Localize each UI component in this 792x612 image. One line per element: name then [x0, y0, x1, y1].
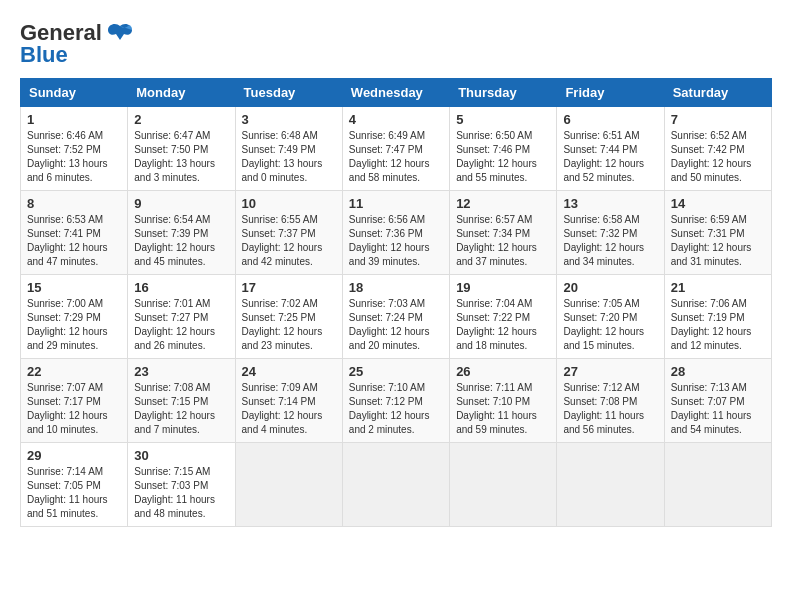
calendar-cell-8: 8 Sunrise: 6:53 AM Sunset: 7:41 PM Dayli…: [21, 191, 128, 275]
calendar-cell-10: 10 Sunrise: 6:55 AM Sunset: 7:37 PM Dayl…: [235, 191, 342, 275]
calendar-cell-20: 20 Sunrise: 7:05 AM Sunset: 7:20 PM Dayl…: [557, 275, 664, 359]
calendar-cell-18: 18 Sunrise: 7:03 AM Sunset: 7:24 PM Dayl…: [342, 275, 449, 359]
logo: General Blue: [20, 20, 134, 68]
day-number: 27: [563, 364, 657, 379]
weekday-header-sunday: Sunday: [21, 79, 128, 107]
calendar-cell-22: 22 Sunrise: 7:07 AM Sunset: 7:17 PM Dayl…: [21, 359, 128, 443]
logo-bird-icon: [106, 22, 134, 44]
empty-cell: [664, 443, 771, 527]
day-number: 9: [134, 196, 228, 211]
day-number: 1: [27, 112, 121, 127]
day-number: 7: [671, 112, 765, 127]
day-info: Sunrise: 7:09 AM Sunset: 7:14 PM Dayligh…: [242, 381, 336, 437]
day-number: 21: [671, 280, 765, 295]
empty-cell: [450, 443, 557, 527]
calendar-cell-6: 6 Sunrise: 6:51 AM Sunset: 7:44 PM Dayli…: [557, 107, 664, 191]
day-number: 17: [242, 280, 336, 295]
calendar: SundayMondayTuesdayWednesdayThursdayFrid…: [20, 78, 772, 527]
day-info: Sunrise: 6:55 AM Sunset: 7:37 PM Dayligh…: [242, 213, 336, 269]
weekday-header-saturday: Saturday: [664, 79, 771, 107]
calendar-cell-16: 16 Sunrise: 7:01 AM Sunset: 7:27 PM Dayl…: [128, 275, 235, 359]
day-info: Sunrise: 7:14 AM Sunset: 7:05 PM Dayligh…: [27, 465, 121, 521]
day-info: Sunrise: 6:51 AM Sunset: 7:44 PM Dayligh…: [563, 129, 657, 185]
day-info: Sunrise: 6:58 AM Sunset: 7:32 PM Dayligh…: [563, 213, 657, 269]
calendar-cell-29: 29 Sunrise: 7:14 AM Sunset: 7:05 PM Dayl…: [21, 443, 128, 527]
day-number: 30: [134, 448, 228, 463]
calendar-cell-5: 5 Sunrise: 6:50 AM Sunset: 7:46 PM Dayli…: [450, 107, 557, 191]
day-info: Sunrise: 6:54 AM Sunset: 7:39 PM Dayligh…: [134, 213, 228, 269]
day-number: 28: [671, 364, 765, 379]
calendar-cell-2: 2 Sunrise: 6:47 AM Sunset: 7:50 PM Dayli…: [128, 107, 235, 191]
calendar-cell-23: 23 Sunrise: 7:08 AM Sunset: 7:15 PM Dayl…: [128, 359, 235, 443]
calendar-cell-9: 9 Sunrise: 6:54 AM Sunset: 7:39 PM Dayli…: [128, 191, 235, 275]
empty-cell: [342, 443, 449, 527]
calendar-cell-15: 15 Sunrise: 7:00 AM Sunset: 7:29 PM Dayl…: [21, 275, 128, 359]
day-number: 13: [563, 196, 657, 211]
calendar-cell-25: 25 Sunrise: 7:10 AM Sunset: 7:12 PM Dayl…: [342, 359, 449, 443]
day-number: 15: [27, 280, 121, 295]
day-info: Sunrise: 7:07 AM Sunset: 7:17 PM Dayligh…: [27, 381, 121, 437]
day-number: 18: [349, 280, 443, 295]
day-info: Sunrise: 6:57 AM Sunset: 7:34 PM Dayligh…: [456, 213, 550, 269]
calendar-cell-14: 14 Sunrise: 6:59 AM Sunset: 7:31 PM Dayl…: [664, 191, 771, 275]
day-number: 6: [563, 112, 657, 127]
day-number: 23: [134, 364, 228, 379]
day-info: Sunrise: 6:49 AM Sunset: 7:47 PM Dayligh…: [349, 129, 443, 185]
calendar-cell-21: 21 Sunrise: 7:06 AM Sunset: 7:19 PM Dayl…: [664, 275, 771, 359]
day-info: Sunrise: 6:52 AM Sunset: 7:42 PM Dayligh…: [671, 129, 765, 185]
day-number: 11: [349, 196, 443, 211]
calendar-cell-3: 3 Sunrise: 6:48 AM Sunset: 7:49 PM Dayli…: [235, 107, 342, 191]
empty-cell: [557, 443, 664, 527]
calendar-cell-1: 1 Sunrise: 6:46 AM Sunset: 7:52 PM Dayli…: [21, 107, 128, 191]
weekday-header-thursday: Thursday: [450, 79, 557, 107]
day-info: Sunrise: 7:00 AM Sunset: 7:29 PM Dayligh…: [27, 297, 121, 353]
day-info: Sunrise: 6:56 AM Sunset: 7:36 PM Dayligh…: [349, 213, 443, 269]
day-info: Sunrise: 6:46 AM Sunset: 7:52 PM Dayligh…: [27, 129, 121, 185]
day-number: 2: [134, 112, 228, 127]
day-info: Sunrise: 7:04 AM Sunset: 7:22 PM Dayligh…: [456, 297, 550, 353]
day-info: Sunrise: 6:53 AM Sunset: 7:41 PM Dayligh…: [27, 213, 121, 269]
day-info: Sunrise: 7:11 AM Sunset: 7:10 PM Dayligh…: [456, 381, 550, 437]
day-info: Sunrise: 7:06 AM Sunset: 7:19 PM Dayligh…: [671, 297, 765, 353]
day-number: 19: [456, 280, 550, 295]
calendar-cell-30: 30 Sunrise: 7:15 AM Sunset: 7:03 PM Dayl…: [128, 443, 235, 527]
day-number: 5: [456, 112, 550, 127]
day-number: 24: [242, 364, 336, 379]
day-info: Sunrise: 7:10 AM Sunset: 7:12 PM Dayligh…: [349, 381, 443, 437]
calendar-cell-12: 12 Sunrise: 6:57 AM Sunset: 7:34 PM Dayl…: [450, 191, 557, 275]
calendar-cell-11: 11 Sunrise: 6:56 AM Sunset: 7:36 PM Dayl…: [342, 191, 449, 275]
calendar-cell-13: 13 Sunrise: 6:58 AM Sunset: 7:32 PM Dayl…: [557, 191, 664, 275]
day-info: Sunrise: 6:59 AM Sunset: 7:31 PM Dayligh…: [671, 213, 765, 269]
empty-cell: [235, 443, 342, 527]
day-info: Sunrise: 7:12 AM Sunset: 7:08 PM Dayligh…: [563, 381, 657, 437]
day-info: Sunrise: 7:05 AM Sunset: 7:20 PM Dayligh…: [563, 297, 657, 353]
calendar-cell-28: 28 Sunrise: 7:13 AM Sunset: 7:07 PM Dayl…: [664, 359, 771, 443]
day-number: 25: [349, 364, 443, 379]
calendar-cell-19: 19 Sunrise: 7:04 AM Sunset: 7:22 PM Dayl…: [450, 275, 557, 359]
day-number: 29: [27, 448, 121, 463]
calendar-cell-4: 4 Sunrise: 6:49 AM Sunset: 7:47 PM Dayli…: [342, 107, 449, 191]
day-info: Sunrise: 6:47 AM Sunset: 7:50 PM Dayligh…: [134, 129, 228, 185]
weekday-header-wednesday: Wednesday: [342, 79, 449, 107]
day-info: Sunrise: 6:48 AM Sunset: 7:49 PM Dayligh…: [242, 129, 336, 185]
day-number: 26: [456, 364, 550, 379]
day-number: 10: [242, 196, 336, 211]
day-number: 20: [563, 280, 657, 295]
day-info: Sunrise: 6:50 AM Sunset: 7:46 PM Dayligh…: [456, 129, 550, 185]
day-info: Sunrise: 7:15 AM Sunset: 7:03 PM Dayligh…: [134, 465, 228, 521]
day-info: Sunrise: 7:03 AM Sunset: 7:24 PM Dayligh…: [349, 297, 443, 353]
weekday-header-tuesday: Tuesday: [235, 79, 342, 107]
calendar-cell-17: 17 Sunrise: 7:02 AM Sunset: 7:25 PM Dayl…: [235, 275, 342, 359]
day-number: 3: [242, 112, 336, 127]
day-number: 8: [27, 196, 121, 211]
weekday-header-monday: Monday: [128, 79, 235, 107]
logo-blue: Blue: [20, 42, 68, 68]
day-number: 4: [349, 112, 443, 127]
day-number: 22: [27, 364, 121, 379]
weekday-header-friday: Friday: [557, 79, 664, 107]
calendar-cell-24: 24 Sunrise: 7:09 AM Sunset: 7:14 PM Dayl…: [235, 359, 342, 443]
day-info: Sunrise: 7:08 AM Sunset: 7:15 PM Dayligh…: [134, 381, 228, 437]
day-number: 12: [456, 196, 550, 211]
calendar-cell-26: 26 Sunrise: 7:11 AM Sunset: 7:10 PM Dayl…: [450, 359, 557, 443]
calendar-cell-27: 27 Sunrise: 7:12 AM Sunset: 7:08 PM Dayl…: [557, 359, 664, 443]
